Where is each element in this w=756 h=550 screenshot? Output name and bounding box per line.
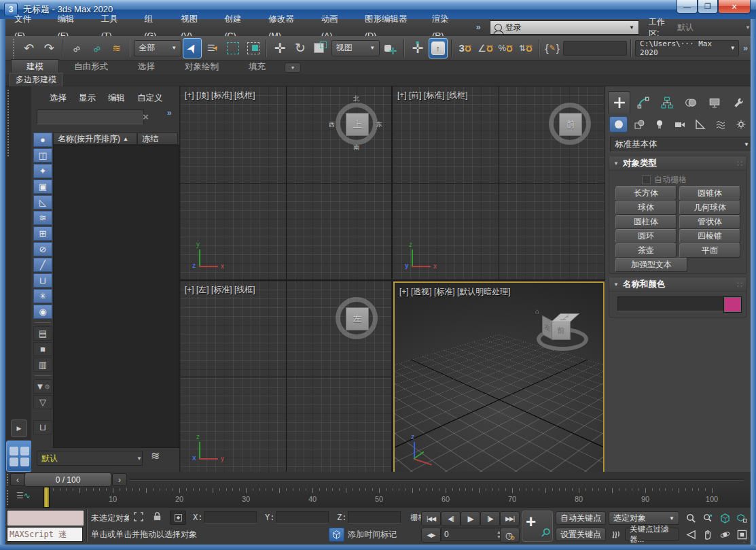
systems-icon[interactable] xyxy=(732,116,750,133)
tab-modify[interactable] xyxy=(632,91,654,114)
explorer-drag-handle[interactable] xyxy=(7,89,10,157)
add-time-tag[interactable]: 添加时间标记 xyxy=(329,528,397,542)
zoom-icon[interactable] xyxy=(683,511,699,525)
viewport-perspective-label[interactable]: [+] [透视] [标准] [默认明暗处理] xyxy=(399,286,511,298)
z-coordinate-field[interactable] xyxy=(348,511,401,523)
display-space-warps-icon[interactable]: ≋ xyxy=(33,211,52,225)
explorer-menu-display[interactable]: 显示 xyxy=(73,92,102,104)
display-containers-icon[interactable]: ⊔ xyxy=(33,273,52,288)
toolbar-drag-handle[interactable] xyxy=(12,38,16,58)
key-mode-toggle[interactable]: ◀▶ xyxy=(421,528,441,543)
ribbon-tab-modeling[interactable]: 建模 xyxy=(11,59,59,74)
autogrid-checkbox[interactable] xyxy=(642,175,651,184)
filter-config-icon[interactable]: ▼⚙ xyxy=(33,379,52,394)
time-slider-marker[interactable] xyxy=(43,487,50,508)
filter-icon[interactable]: ▽ xyxy=(33,395,52,409)
viewcube-face[interactable]: 上 xyxy=(346,113,369,136)
viewcube-top[interactable]: 上 北 东 南 西 xyxy=(334,101,379,146)
object-type-rollout-header[interactable]: ▼ 对象类型 ∷ xyxy=(609,156,746,171)
tab-utilities[interactable] xyxy=(727,91,749,114)
viewcube-perspective[interactable]: ⌂ 左 前 上 xyxy=(535,306,588,355)
track-bar[interactable]: ☰∿ 102030405060708090100 xyxy=(5,487,751,509)
cone-button[interactable]: 圆锥体 xyxy=(679,186,740,201)
torus-button[interactable]: 圆环 xyxy=(615,229,677,243)
explorer-menu-select[interactable]: 选择 xyxy=(43,92,73,104)
select-by-name-button[interactable]: ☰➤ xyxy=(203,38,222,58)
cylinder-button[interactable]: 圆柱体 xyxy=(615,215,677,229)
tab-motion[interactable] xyxy=(679,91,702,114)
select-and-move-button[interactable]: ✛ xyxy=(270,38,289,58)
display-bones-icon[interactable]: ╱ xyxy=(33,258,52,272)
snaps-toggle-3d[interactable]: 3Ω xyxy=(456,38,475,58)
display-xrefs-icon[interactable]: ⊘ xyxy=(33,242,52,256)
display-groups-icon[interactable]: ⊞ xyxy=(33,226,52,241)
ribbon-tab-object-paint[interactable]: 对象绘制 xyxy=(170,60,234,74)
redo-button[interactable]: ↷ xyxy=(39,38,58,58)
key-mode-dropdown[interactable]: 选定对象 ▼ xyxy=(609,511,679,525)
select-object-button[interactable]: ➤ xyxy=(183,38,202,58)
helpers-icon[interactable] xyxy=(691,116,709,133)
column-header-frozen[interactable]: 冻结 xyxy=(137,133,178,145)
angle-snap-toggle[interactable]: ∠Ω xyxy=(475,38,494,58)
y-coordinate-field[interactable] xyxy=(276,511,329,523)
previous-frame-arrow[interactable]: ‹ xyxy=(10,473,25,486)
next-frame-button[interactable]: ||▶ xyxy=(480,511,500,526)
mini-curve-editor-icon[interactable]: ☰∿ xyxy=(16,491,31,500)
select-and-rotate-button[interactable]: ↻ xyxy=(291,38,310,58)
teapot-button[interactable]: 茶壶 xyxy=(615,243,677,258)
autogrid-checkbox-row[interactable]: 自动栅格 xyxy=(642,174,687,186)
viewport-top[interactable]: [+] [顶] [标准] [线框] 上 北 东 南 西 y x z xyxy=(180,86,391,279)
zoom-extents-icon[interactable] xyxy=(717,511,733,525)
select-and-scale-button[interactable] xyxy=(311,38,330,58)
object-category-dropdown[interactable]: 标准基本体 ▼ xyxy=(610,137,754,152)
reference-coordinate-dropdown[interactable]: 视图▼ xyxy=(331,40,380,56)
clear-search-icon[interactable]: × xyxy=(143,111,149,122)
viewport-top-label[interactable]: [+] [顶] [标准] [线框] xyxy=(185,90,255,101)
resize-grip[interactable]: ⋰ xyxy=(743,536,749,543)
display-visibility-icon[interactable]: ◉ xyxy=(33,305,52,319)
unlink-selection-icon[interactable]: ∞ xyxy=(83,34,110,62)
plane-button[interactable]: 平面 xyxy=(679,243,740,258)
preset-dropdown-arrow[interactable]: ▼ xyxy=(134,451,144,466)
expand-panel-button[interactable]: ▶ xyxy=(11,419,27,437)
text-plus-button[interactable]: 加强型文本 xyxy=(615,258,687,272)
next-frame-arrow[interactable]: › xyxy=(112,473,127,486)
object-name-input[interactable] xyxy=(617,296,725,311)
detail-view-icon[interactable]: ▥ xyxy=(33,358,52,372)
tab-display[interactable] xyxy=(703,91,725,114)
trackbar-ruler[interactable]: 102030405060708090100 xyxy=(39,487,746,508)
pyramid-button[interactable]: 四棱锥 xyxy=(679,229,740,243)
zoom-extents-all-icon[interactable] xyxy=(734,511,750,525)
viewport-left-label[interactable]: [+] [左] [标准] [线框] xyxy=(185,284,255,296)
display-lights-icon[interactable]: ✦ xyxy=(33,164,52,178)
display-shapes-icon[interactable]: ◫ xyxy=(33,148,52,162)
sign-in-dropdown[interactable]: 登录 ▼ xyxy=(490,20,639,35)
go-to-start-button[interactable]: |◀◀ xyxy=(421,511,441,526)
window-crossing-toggle[interactable] xyxy=(244,38,263,58)
list-view-icon[interactable]: ▤ xyxy=(33,326,52,341)
previous-frame-button[interactable]: ◀|| xyxy=(441,511,461,526)
time-slider-track[interactable] xyxy=(129,479,744,481)
play-button[interactable]: ▶ xyxy=(461,511,480,526)
display-cameras-icon[interactable]: ▣ xyxy=(33,179,52,194)
space-warps-icon[interactable] xyxy=(711,116,730,133)
viewport-front[interactable]: [+] [前] [标准] [线框] 前 z x y xyxy=(393,86,605,279)
edit-named-selection-sets-button[interactable]: {✎} xyxy=(543,38,562,58)
home-icon[interactable]: ⌂ xyxy=(535,307,539,315)
maxscript-mini-listener[interactable] xyxy=(7,510,84,526)
field-of-view-icon[interactable] xyxy=(683,528,699,541)
viewcube-face[interactable]: 左 xyxy=(346,307,369,330)
box-button[interactable]: 长方体 xyxy=(615,186,677,201)
viewport-perspective-active[interactable]: [+] [透视] [标准] [默认明暗处理] ⌂ 左 前 上 z xyxy=(393,281,605,473)
use-pivot-point-button[interactable]: ✛ xyxy=(381,38,400,58)
undo-button[interactable]: ↶ xyxy=(20,38,39,58)
project-folder-dropdown[interactable]: C:\Users\··· Max 2020▼ xyxy=(635,40,739,56)
tab-hierarchy[interactable] xyxy=(655,91,678,114)
maximize-button[interactable]: ❐ xyxy=(698,0,718,14)
ribbon-minimize-dropdown[interactable]: ▼ xyxy=(285,63,301,73)
time-slider-handle[interactable]: 0 / 100 xyxy=(24,472,111,487)
set-key-button[interactable]: 设置关键点 xyxy=(556,528,606,541)
pan-hand-icon[interactable] xyxy=(700,528,716,541)
ribbon-tab-populate[interactable]: 填充 xyxy=(234,60,281,74)
minimize-button[interactable]: — xyxy=(677,0,698,14)
